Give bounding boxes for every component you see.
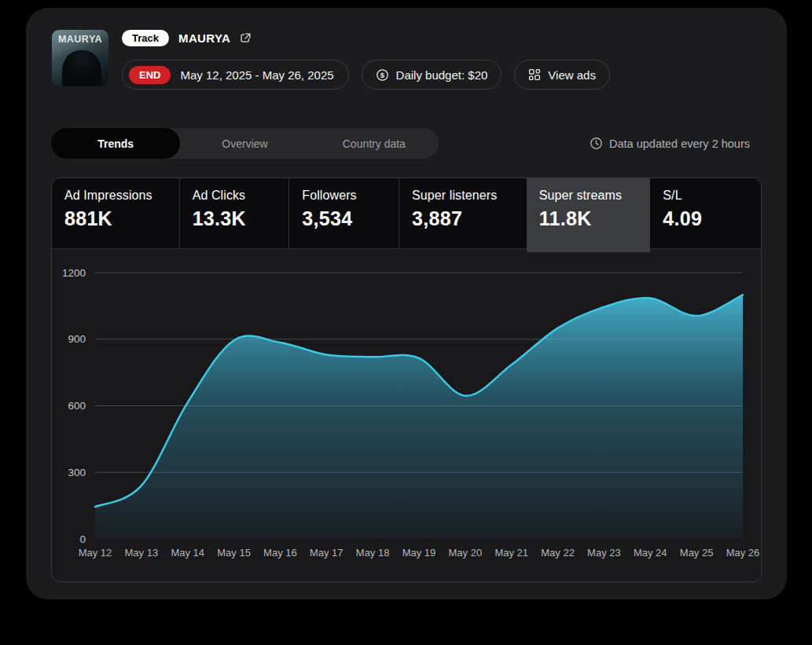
track-title: MAURYA: [178, 31, 230, 45]
x-tick-label: May 14: [171, 547, 204, 559]
x-tick-label: May 19: [402, 547, 436, 559]
stat-value: 11.8K: [539, 207, 646, 230]
data-updated-note: Data updated every 2 hours: [590, 128, 750, 159]
stat-value: 13.3K: [193, 207, 285, 230]
tab-country-data[interactable]: Country data: [310, 128, 439, 159]
ads-grid-icon: [528, 68, 541, 81]
campaign-dates-pill: END May 12, 2025 - May 26, 2025: [122, 60, 349, 90]
album-art: MAURYA: [52, 30, 108, 86]
stat-ad-clicks[interactable]: Ad Clicks 13.3K: [180, 178, 290, 248]
title-row: Track MAURYA: [122, 29, 252, 47]
tab-bar: Trends Overview Country data: [51, 128, 439, 159]
stat-label: Followers: [302, 189, 394, 203]
stat-sl-ratio[interactable]: S/L 4.09: [650, 178, 761, 248]
stat-value: 3,887: [412, 207, 522, 230]
stat-value: 881K: [64, 207, 175, 230]
entity-type-badge: Track: [122, 30, 169, 46]
album-art-silhouette: [62, 50, 101, 86]
trend-area: [95, 295, 743, 539]
y-tick-label: 600: [68, 400, 86, 412]
stat-ad-impressions[interactable]: Ad Impressions 881K: [52, 178, 180, 248]
stat-label: Super streams: [539, 189, 646, 203]
stat-value: 3,534: [302, 207, 394, 230]
y-tick-label: 1200: [62, 267, 86, 279]
daily-budget-label: Daily budget: $20: [396, 68, 488, 82]
trend-chart-svg: 03006009001200May 12May 13May 14May 15Ma…: [52, 250, 761, 581]
y-tick-label: 900: [68, 333, 86, 345]
view-ads-label: View ads: [548, 68, 596, 82]
stat-super-streams[interactable]: Super streams 11.8K: [527, 178, 651, 248]
x-tick-label: May 21: [494, 547, 528, 559]
x-tick-label: May 13: [125, 547, 159, 559]
campaign-card: MAURYA Track MAURYA END May 12, 2025 - M…: [26, 8, 787, 599]
data-updated-text: Data updated every 2 hours: [609, 137, 750, 150]
svg-text:$: $: [380, 70, 384, 79]
x-tick-label: May 18: [356, 547, 390, 559]
stat-label: Ad Impressions: [64, 189, 175, 203]
y-tick-label: 300: [68, 467, 86, 478]
daily-budget-pill: $ Daily budget: $20: [362, 60, 502, 90]
tab-overview[interactable]: Overview: [180, 128, 309, 159]
view-ads-button[interactable]: View ads: [514, 60, 610, 90]
x-tick-label: May 24: [634, 547, 667, 559]
stat-label: S/L: [663, 189, 756, 203]
x-tick-label: May 25: [680, 547, 714, 559]
stat-label: Ad Clicks: [193, 189, 285, 203]
x-tick-label: May 17: [310, 547, 344, 559]
stats-row: Ad Impressions 881K Ad Clicks 13.3K Foll…: [52, 178, 761, 249]
dollar-circle-icon: $: [376, 68, 389, 82]
y-tick-label: 0: [79, 533, 86, 545]
stat-followers[interactable]: Followers 3,534: [289, 178, 399, 248]
x-tick-label: May 12: [79, 547, 112, 559]
clock-icon: [590, 137, 603, 150]
campaign-date-range: May 12, 2025 - May 26, 2025: [180, 68, 333, 82]
x-tick-label: May 23: [587, 547, 621, 559]
campaign-meta-row: END May 12, 2025 - May 26, 2025 $ Daily …: [122, 60, 610, 90]
x-tick-label: May 26: [726, 547, 760, 559]
stats-chart-panel: Ad Impressions 881K Ad Clicks 13.3K Foll…: [51, 178, 762, 582]
album-art-title: MAURYA: [52, 34, 108, 45]
trend-chart: 03006009001200May 12May 13May 14May 15Ma…: [52, 250, 761, 581]
external-link-icon[interactable]: [240, 32, 252, 44]
x-tick-label: May 22: [541, 547, 575, 559]
x-tick-label: May 15: [217, 547, 251, 559]
tab-trends[interactable]: Trends: [51, 128, 180, 159]
stat-super-listeners[interactable]: Super listeners 3,887: [399, 178, 527, 248]
stat-label: Super listeners: [412, 189, 522, 203]
x-tick-label: May 16: [263, 547, 297, 559]
x-tick-label: May 20: [449, 547, 483, 559]
campaign-status-badge: END: [129, 66, 171, 84]
stat-value: 4.09: [663, 207, 756, 230]
